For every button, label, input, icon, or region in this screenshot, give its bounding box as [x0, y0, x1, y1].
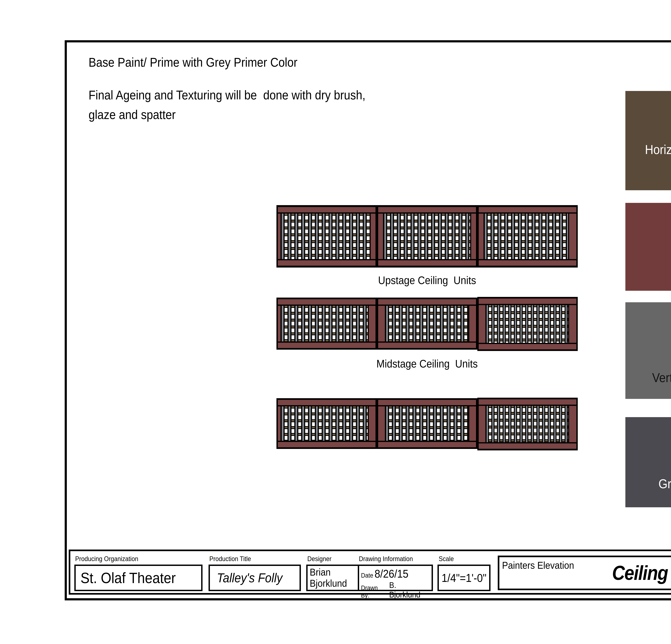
production-title-label: Production Title — [210, 555, 256, 563]
frame-pillar-left — [278, 214, 280, 259]
ceiling-panel — [277, 398, 377, 449]
scale-value: 1/4"=1'-0" — [439, 571, 489, 584]
unit-label-midstage: Midstage Ceiling Units — [277, 358, 578, 370]
frame-pillar-right — [569, 406, 577, 442]
frame-pillar-left — [278, 306, 280, 342]
date-value: 8/26/15 — [375, 567, 412, 580]
producing-organization-box: St. Olaf Theater — [74, 565, 203, 591]
frame-rail-top — [378, 299, 476, 305]
frame-rail-bottom — [378, 260, 476, 266]
drawing-information-label: Drawing Information — [359, 555, 419, 563]
ceiling-panel — [477, 205, 578, 268]
designer-value: Brian Bjorklund — [307, 567, 351, 589]
designer-label: Designer — [307, 555, 334, 563]
note-final-ageing: Final Ageing and Texturing will be done … — [89, 85, 396, 125]
frame-rail-bottom — [278, 442, 376, 447]
swatch-label: Frame — [625, 250, 671, 265]
elevation-type: Painters Elevation — [502, 559, 582, 571]
frame-rail-top — [479, 298, 577, 304]
frame-rail-top — [278, 400, 376, 405]
title-block: Producing Organization Production Title … — [69, 550, 671, 595]
frame-rail-top — [479, 207, 577, 212]
frame-rail-top — [479, 399, 577, 405]
frame-rail-bottom — [378, 343, 476, 348]
frame-pillar-right — [469, 306, 476, 342]
frame-pillar-right — [369, 306, 376, 342]
drawn-by-label: Drawn By: — [361, 584, 389, 599]
frame-pillar-right — [569, 305, 577, 343]
ceiling-unit-midstage — [277, 298, 578, 350]
frame-rail-bottom — [278, 343, 376, 348]
frame-pillar-right — [569, 214, 577, 259]
legend-swatch-horizontal-lattice: Horizontal Lattice — [625, 91, 671, 190]
date-label: Date — [361, 572, 375, 579]
lattice-grid — [281, 214, 370, 259]
scale-box: 1/4"=1'-0" — [438, 565, 491, 591]
production-title-box: Talley's Folly — [208, 565, 301, 591]
frame-pillar-right — [471, 214, 476, 259]
scale-label: Scale — [439, 555, 455, 563]
ceiling-panel — [377, 398, 477, 449]
frame-rail-top — [378, 207, 476, 212]
lattice-grid — [386, 306, 468, 342]
note-base-paint: Base Paint/ Prime with Grey Primer Color — [89, 53, 320, 72]
lattice-grid — [485, 214, 568, 259]
producing-organization-label: Producing Organization — [75, 555, 145, 563]
drawn-by-row: Drawn By: B. Bjorklund — [361, 580, 432, 599]
ceiling-panel — [377, 205, 477, 268]
frame-pillar-left — [378, 214, 383, 259]
sheet-info-box: Painters Elevation Ceiling Units — [498, 556, 671, 590]
date-row: Date 8/26/15 — [361, 567, 432, 580]
lattice-grid — [281, 407, 368, 441]
note-final-ageing-text: Final Ageing and Texturing will be done … — [89, 85, 365, 125]
frame-pillar-left — [479, 406, 485, 442]
ceiling-panel — [477, 398, 578, 450]
frame-pillar-left — [479, 214, 483, 259]
ceiling-panel — [477, 297, 578, 351]
lattice-grid — [281, 306, 368, 342]
frame-pillar-right — [469, 407, 476, 441]
legend-swatch-grey-primer: Grey Primer — [625, 417, 671, 507]
designer-box: Brian Bjorklund — [306, 565, 359, 591]
lattice-grid — [486, 406, 568, 442]
frame-rail-bottom — [278, 260, 376, 266]
frame-pillar-right — [369, 407, 376, 441]
swatch-label: Grey Primer — [625, 476, 671, 491]
lattice-grid — [384, 214, 470, 259]
ceiling-panel — [277, 205, 377, 268]
frame-pillar-left — [378, 306, 385, 342]
sheet-title: Ceiling Units — [612, 561, 671, 584]
frame-pillar-left — [378, 407, 385, 441]
frame-rail-bottom — [479, 260, 577, 266]
legend-swatch-frame: Frame — [625, 203, 671, 291]
frame-pillar-right — [371, 214, 376, 259]
swatch-label: Horizontal Lattice — [625, 142, 671, 157]
lattice-grid — [386, 407, 468, 441]
frame-rail-bottom — [479, 443, 577, 449]
frame-rail-top — [278, 299, 376, 305]
production-title-value: Talley's Folly — [210, 570, 290, 585]
frame-pillar-left — [278, 407, 280, 441]
drawn-by-value: B. Bjorklund — [389, 580, 432, 599]
frame-rail-top — [278, 207, 376, 212]
unit-label-upstage: Upstage Ceiling Units — [277, 274, 578, 286]
producing-organization-value: St. Olaf Theater — [76, 569, 186, 587]
ceiling-unit-upstage — [277, 205, 578, 268]
ceiling-panel — [277, 298, 377, 350]
ceiling-panel — [377, 298, 477, 350]
lattice-grid — [486, 305, 568, 343]
swatch-label: Vertical Lattice — [625, 370, 671, 385]
legend-swatch-vertical-lattice: Vertical Lattice — [625, 302, 671, 399]
frame-rail-bottom — [378, 442, 476, 447]
drawing-information-box: Date 8/26/15 Drawn By: B. Bjorklund — [358, 565, 433, 591]
frame-rail-top — [378, 400, 476, 405]
painters-elevation-sheet: Base Paint/ Prime with Grey Primer Color… — [0, 0, 671, 644]
frame-rail-bottom — [479, 344, 577, 349]
frame-pillar-left — [479, 305, 485, 343]
ceiling-unit-downstage — [277, 398, 578, 449]
note-base-paint-text: Base Paint/ Prime with Grey Primer Color — [89, 53, 297, 72]
